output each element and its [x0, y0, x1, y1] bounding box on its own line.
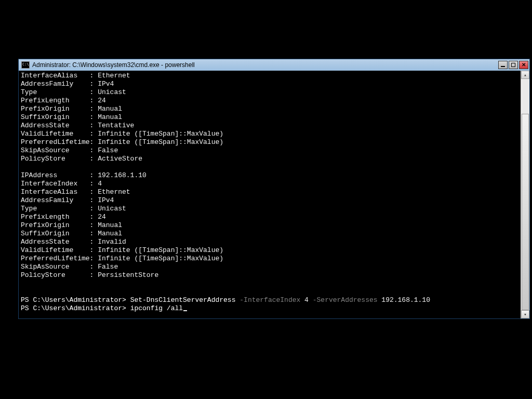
scroll-track[interactable]	[521, 79, 529, 310]
output-line: Type: Unicast	[21, 88, 521, 97]
scroll-thumb[interactable]	[522, 114, 529, 310]
text-cursor	[183, 310, 187, 311]
output-line: AddressFamily: IPv4	[21, 196, 521, 205]
scroll-down-button[interactable]: ▾	[521, 310, 529, 318]
prompt-line: PS C:\Users\Administrator> Set-DnsClient…	[21, 296, 521, 304]
window-controls	[498, 61, 528, 69]
output-line: SuffixOrigin: Manual	[21, 113, 521, 122]
output-line: PrefixOrigin: Manual	[21, 221, 521, 230]
window-title: Administrator: C:\Windows\system32\cmd.e…	[32, 61, 498, 69]
output-line: PrefixOrigin: Manual	[21, 105, 521, 113]
output-line: Type: Unicast	[21, 205, 521, 213]
output-line: IPAddress: 192.168.1.10	[21, 171, 521, 180]
output-line: InterfaceAlias: Ethernet	[21, 72, 521, 80]
blank-line	[21, 280, 521, 288]
output-line: PolicyStore: ActiveStore	[21, 155, 521, 163]
output-line: InterfaceIndex: 4	[21, 180, 521, 188]
scroll-up-button[interactable]: ▴	[521, 71, 529, 79]
output-line: PrefixLength: 24	[21, 213, 521, 221]
output-line: ValidLifetime: Infinite ([TimeSpan]::Max…	[21, 130, 521, 138]
blank-line	[21, 288, 521, 296]
output-line: InterfaceAlias: Ethernet	[21, 188, 521, 196]
close-button[interactable]	[519, 61, 528, 69]
output-line: ValidLifetime: Infinite ([TimeSpan]::Max…	[21, 246, 521, 255]
output-line: PrefixLength: 24	[21, 97, 521, 105]
titlebar[interactable]: Administrator: C:\Windows\system32\cmd.e…	[19, 59, 529, 71]
blank-line	[21, 163, 521, 171]
console-window: Administrator: C:\Windows\system32\cmd.e…	[18, 59, 530, 319]
output-line: PolicyStore: PersistentStore	[21, 271, 521, 280]
maximize-button[interactable]	[509, 61, 518, 69]
client-area: InterfaceAlias: EthernetAddressFamily: I…	[19, 71, 529, 318]
output-line: SkipAsSource: False	[21, 147, 521, 155]
cmd-icon	[21, 61, 30, 69]
output-line: PreferredLifetime: Infinite ([TimeSpan]:…	[21, 138, 521, 147]
output-line: SuffixOrigin: Manual	[21, 230, 521, 238]
minimize-button[interactable]	[498, 61, 508, 69]
terminal-output[interactable]: InterfaceAlias: EthernetAddressFamily: I…	[19, 71, 521, 318]
output-line: AddressState: Tentative	[21, 122, 521, 130]
output-line: SkipAsSource: False	[21, 263, 521, 271]
output-line: PreferredLifetime: Infinite ([TimeSpan]:…	[21, 255, 521, 263]
output-line: AddressState: Invalid	[21, 238, 521, 246]
prompt-line-current[interactable]: PS C:\Users\Administrator> ipconfig /all	[21, 304, 521, 313]
vertical-scrollbar[interactable]: ▴ ▾	[521, 71, 529, 318]
output-line: AddressFamily: IPv4	[21, 80, 521, 88]
